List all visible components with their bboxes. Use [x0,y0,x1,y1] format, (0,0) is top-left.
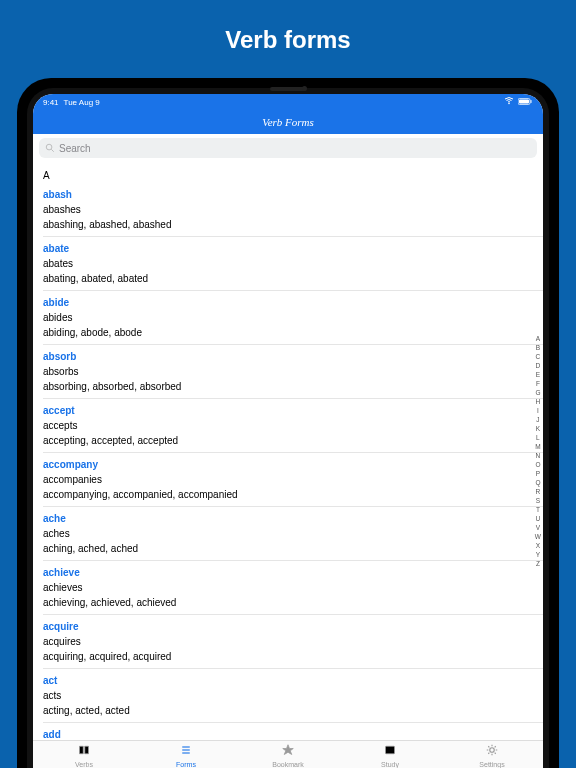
index-letter[interactable]: F [535,379,541,388]
verb-item[interactable]: addaddsadding, added, added [43,723,543,740]
verb-other-forms: aching, ached, ached [43,541,543,556]
battery-icon [518,98,533,107]
index-letter[interactable]: A [535,334,541,343]
verb-third-person: abashes [43,202,543,217]
verb-list[interactable]: A abashabashesabashing, abashed, abashed… [33,162,543,740]
index-letter[interactable]: C [535,352,541,361]
tab-bookmark[interactable]: Bookmark [237,742,339,768]
verb-third-person: absorbs [43,364,543,379]
verb-base: ache [43,511,543,526]
index-letter[interactable]: N [535,451,541,460]
tab-label: Bookmark [272,761,304,768]
verb-base: abash [43,187,543,202]
verb-other-forms: abiding, abode, abode [43,325,543,340]
verb-base: achieve [43,565,543,580]
verb-other-forms: acting, acted, acted [43,703,543,718]
index-letter[interactable]: X [535,541,541,550]
alphabet-index[interactable]: ABCDEFGHIJKLMNOPQRSTUVWXYZ [535,334,541,568]
index-letter[interactable]: W [535,532,541,541]
index-letter[interactable]: P [535,469,541,478]
index-letter[interactable]: H [535,397,541,406]
index-letter[interactable]: D [535,361,541,370]
verb-third-person: achieves [43,580,543,595]
verb-other-forms: abating, abated, abated [43,271,543,286]
ipad-inner-bezel: 9:41 Tue Aug 9 Verb Forms [27,88,549,768]
promo-title: Verb forms [225,26,350,54]
verb-other-forms: accompanying, accompanied, accompanied [43,487,543,502]
settings-icon [486,742,498,760]
bookmark-icon [282,742,294,760]
svg-rect-2 [519,99,529,103]
status-bar: 9:41 Tue Aug 9 [33,94,543,110]
verb-item[interactable]: acheachesaching, ached, ached [43,507,543,561]
tab-label: Settings [479,761,504,768]
verb-item[interactable]: achieveachievesachieving, achieved, achi… [43,561,543,615]
verb-third-person: abides [43,310,543,325]
nav-bar: Verb Forms [33,110,543,134]
ipad-frame: 9:41 Tue Aug 9 Verb Forms [17,78,559,768]
screen: 9:41 Tue Aug 9 Verb Forms [33,94,543,768]
verb-third-person: acts [43,688,543,703]
tab-label: Verbs [75,761,93,768]
verb-base: accompany [43,457,543,472]
index-letter[interactable]: O [535,460,541,469]
camera-notch [270,87,306,91]
verb-item[interactable]: abashabashesabashing, abashed, abashed [43,183,543,237]
index-letter[interactable]: K [535,424,541,433]
verb-item[interactable]: acceptacceptsaccepting, accepted, accept… [43,399,543,453]
nav-title: Verb Forms [262,116,314,128]
verb-item[interactable]: actactsacting, acted, acted [43,669,543,723]
verb-item[interactable]: absorbabsorbsabsorbing, absorbed, absorb… [43,345,543,399]
verbs-icon [78,742,90,760]
index-letter[interactable]: J [535,415,541,424]
verb-third-person: abates [43,256,543,271]
verb-base: abate [43,241,543,256]
forms-icon [180,742,192,760]
verb-item[interactable]: acquireacquiresacquiring, acquired, acqu… [43,615,543,669]
tab-label: Forms [176,761,196,768]
status-time: 9:41 [43,98,59,107]
svg-line-5 [51,149,54,152]
search-input[interactable] [59,143,531,154]
index-letter[interactable]: S [535,496,541,505]
index-letter[interactable]: B [535,343,541,352]
index-letter[interactable]: R [535,487,541,496]
tab-settings[interactable]: Settings [441,742,543,768]
camera-dot [302,86,307,91]
section-header: A [43,166,543,183]
index-letter[interactable]: E [535,370,541,379]
verb-item[interactable]: accompanyaccompaniesaccompanying, accomp… [43,453,543,507]
index-letter[interactable]: T [535,505,541,514]
verb-base: abide [43,295,543,310]
tab-verbs[interactable]: Verbs [33,742,135,768]
index-letter[interactable]: L [535,433,541,442]
verb-base: acquire [43,619,543,634]
search-bar [33,134,543,162]
tab-bar: VerbsFormsBookmarkStudySettings [33,740,543,768]
index-letter[interactable]: Z [535,559,541,568]
verb-third-person: accepts [43,418,543,433]
index-letter[interactable]: Y [535,550,541,559]
svg-point-10 [490,747,495,752]
svg-rect-3 [531,100,532,103]
verb-base: absorb [43,349,543,364]
verb-other-forms: achieving, achieved, achieved [43,595,543,610]
verb-base: accept [43,403,543,418]
index-letter[interactable]: M [535,442,541,451]
content-area: A abashabashesabashing, abashed, abashed… [33,162,543,740]
index-letter[interactable]: V [535,523,541,532]
verb-base: add [43,727,543,740]
search-field[interactable] [39,138,537,158]
study-icon [384,742,396,760]
index-letter[interactable]: U [535,514,541,523]
verb-item[interactable]: abateabatesabating, abated, abated [43,237,543,291]
index-letter[interactable]: G [535,388,541,397]
verb-item[interactable]: abideabidesabiding, abode, abode [43,291,543,345]
wifi-icon [504,97,514,107]
tab-study[interactable]: Study [339,742,441,768]
verb-other-forms: accepting, accepted, accepted [43,433,543,448]
tab-label: Study [381,761,399,768]
index-letter[interactable]: I [535,406,541,415]
index-letter[interactable]: Q [535,478,541,487]
tab-forms[interactable]: Forms [135,742,237,768]
